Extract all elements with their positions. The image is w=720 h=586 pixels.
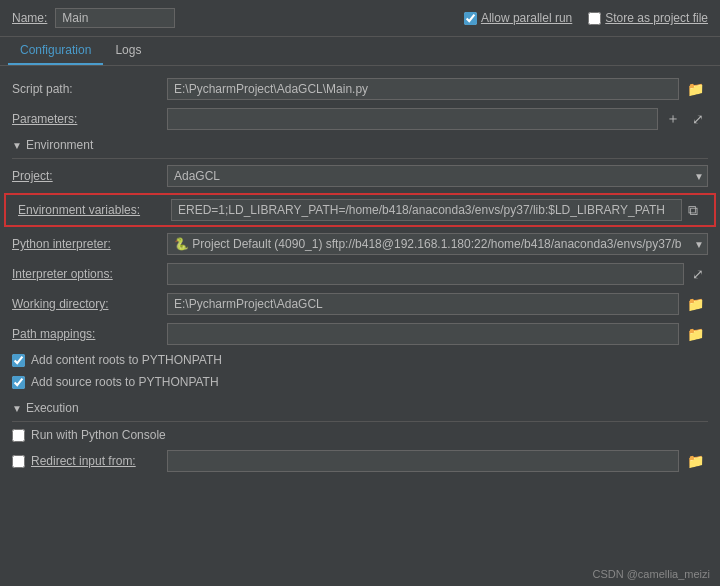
run-python-console-label[interactable]: Run with Python Console [31,428,166,442]
add-content-roots-label[interactable]: Add content roots to PYTHONPATH [31,353,222,367]
add-source-roots-checkbox[interactable] [12,376,25,389]
parameters-expand-btn[interactable]: ⤢ [688,109,708,129]
parameters-input[interactable] [167,108,658,130]
run-python-console-row: Run with Python Console [0,424,720,446]
tab-configuration[interactable]: Configuration [8,37,103,65]
path-mappings-folder-btn[interactable]: 📁 [683,324,708,344]
script-path-field: 📁 [167,78,708,100]
redirect-input-field: 📁 [167,450,708,472]
redirect-input-value[interactable] [167,450,679,472]
copy-icon: ⧉ [688,202,698,219]
store-project-checkbox[interactable] [588,12,601,25]
tabs-row: Configuration Logs [0,37,720,66]
folder-icon2: 📁 [687,296,704,312]
folder-icon3: 📁 [687,326,704,342]
project-field: AdaGCL ▼ [167,165,708,187]
environment-collapse-arrow[interactable]: ▼ [12,140,22,151]
allow-parallel-checkbox[interactable] [464,12,477,25]
header-row: Name: Allow parallel run Store as projec… [0,0,720,37]
interpreter-options-label: Interpreter options: [12,267,167,281]
plus-icon: ＋ [666,110,680,128]
parameters-field: ＋ ⤢ [167,108,708,130]
main-container: Name: Allow parallel run Store as projec… [0,0,720,586]
content-area: Script path: ▼ 📁 Parameters: ＋ ⤢ [0,66,720,586]
working-directory-input[interactable] [167,293,679,315]
python-interpreter-row: Python interpreter: 🐍 Project Default (4… [0,229,720,259]
env-variables-label: Environment variables: [18,203,171,217]
python-interpreter-label: Python interpreter: [12,237,167,251]
working-directory-label: Working directory: [12,297,167,311]
working-directory-field: 📁 [167,293,708,315]
expand-icon2: ⤢ [692,266,704,282]
redirect-input-row: Redirect input from: 📁 [0,446,720,476]
name-input[interactable] [55,8,175,28]
run-python-console-checkbox[interactable] [12,429,25,442]
env-variables-input[interactable] [171,199,682,221]
allow-parallel-label[interactable]: Allow parallel run [481,11,572,25]
env-variables-row: Environment variables: ⧉ [4,193,716,227]
add-content-roots-checkbox[interactable] [12,354,25,367]
interpreter-options-field: ⤢ [167,263,708,285]
parameters-label: Parameters: [12,112,167,126]
execution-divider [12,421,708,422]
interpreter-options-row: Interpreter options: ⤢ [0,259,720,289]
execution-label: Execution [26,401,79,415]
store-project-label[interactable]: Store as project file [605,11,708,25]
environment-section-header: ▼ Environment [0,134,720,156]
add-content-roots-row: Add content roots to PYTHONPATH [0,349,720,371]
add-source-roots-row: Add source roots to PYTHONPATH [0,371,720,393]
redirect-input-label[interactable]: Redirect input from: [31,454,136,468]
script-label-container: Script path: ▼ [12,79,167,99]
environment-divider [12,158,708,159]
interpreter-options-expand-btn[interactable]: ⤢ [688,264,708,284]
tab-logs[interactable]: Logs [103,37,153,65]
redirect-input-folder-btn[interactable]: 📁 [683,451,708,471]
path-mappings-label: Path mappings: [12,327,167,341]
parameters-add-btn[interactable]: ＋ [662,108,684,130]
working-directory-folder-btn[interactable]: 📁 [683,294,708,314]
execution-collapse-arrow[interactable]: ▼ [12,403,22,414]
env-variables-copy-btn[interactable]: ⧉ [684,200,702,221]
project-label: Project: [12,169,167,183]
store-project-item: Store as project file [588,11,708,25]
path-mappings-input[interactable] [167,323,679,345]
script-path-row: Script path: ▼ 📁 [0,74,720,104]
watermark: CSDN @camellia_meizi [592,568,710,580]
name-label: Name: [12,11,47,25]
redirect-input-checkbox[interactable] [12,455,25,468]
interpreter-options-input[interactable] [167,263,684,285]
project-select[interactable]: AdaGCL [167,165,708,187]
header-checkboxes: Allow parallel run Store as project file [464,11,708,25]
script-path-input[interactable] [167,78,679,100]
execution-section-header: ▼ Execution [0,397,720,419]
environment-label: Environment [26,138,93,152]
allow-parallel-item: Allow parallel run [464,11,572,25]
path-mappings-row: Path mappings: 📁 [0,319,720,349]
expand-icon: ⤢ [692,111,704,127]
path-mappings-field: 📁 [167,323,708,345]
python-interpreter-select[interactable]: 🐍 Project Default (4090_1) sftp://b418@1… [167,233,708,255]
parameters-row: Parameters: ＋ ⤢ [0,104,720,134]
python-interpreter-field: 🐍 Project Default (4090_1) sftp://b418@1… [167,233,708,255]
script-path-label: Script path: [12,82,167,96]
working-directory-row: Working directory: 📁 [0,289,720,319]
project-row: Project: AdaGCL ▼ [0,161,720,191]
add-source-roots-label[interactable]: Add source roots to PYTHONPATH [31,375,219,389]
folder-icon: 📁 [687,81,704,97]
script-path-folder-btn[interactable]: 📁 [683,79,708,99]
folder-icon4: 📁 [687,453,704,469]
